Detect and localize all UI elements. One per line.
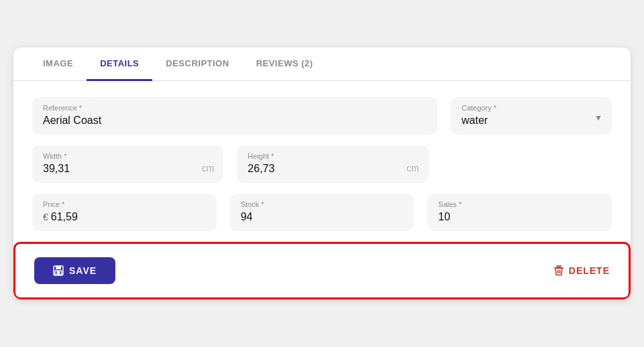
stock-field: Stock * xyxy=(230,194,415,231)
trash-icon xyxy=(554,265,564,276)
svg-rect-1 xyxy=(56,266,61,269)
price-label: Price * xyxy=(43,200,206,208)
category-select[interactable]: water land sky xyxy=(462,115,601,126)
tab-reviews[interactable]: REVIEWS (2) xyxy=(243,48,327,81)
product-card: IMAGE DETAILS DESCRIPTION REVIEWS (2) Re… xyxy=(13,48,631,299)
reference-field: Reference * xyxy=(32,97,437,135)
stock-input[interactable] xyxy=(241,211,404,223)
width-field: Width * cm xyxy=(32,145,223,183)
save-icon xyxy=(53,265,64,276)
height-field: Height * cm xyxy=(237,145,428,183)
category-label: Category * xyxy=(462,104,601,112)
width-value-row: cm xyxy=(43,163,213,175)
category-field: Category * water land sky ▼ xyxy=(451,97,612,135)
sales-field: Sales * xyxy=(427,194,612,231)
row2-spacer xyxy=(442,145,612,183)
delete-button[interactable]: DELETE xyxy=(554,265,610,276)
tab-image[interactable]: IMAGE xyxy=(30,48,87,81)
save-button[interactable]: SAVE xyxy=(34,257,115,284)
price-currency: € xyxy=(43,212,48,222)
row-width-height: Width * cm Height * cm xyxy=(32,145,612,183)
action-bar: SAVE DELETE xyxy=(13,242,631,299)
price-field: Price * € xyxy=(32,194,217,231)
width-label: Width * xyxy=(43,152,213,160)
height-unit: cm xyxy=(407,163,419,174)
row-reference-category: Reference * Category * water land sky ▼ xyxy=(32,97,612,135)
dropdown-arrow-icon: ▼ xyxy=(594,113,602,123)
form-area: Reference * Category * water land sky ▼ … xyxy=(13,81,631,231)
width-unit: cm xyxy=(202,163,215,174)
tab-details[interactable]: DETAILS xyxy=(87,48,152,81)
tab-bar: IMAGE DETAILS DESCRIPTION REVIEWS (2) xyxy=(13,48,631,81)
height-input[interactable] xyxy=(248,163,417,175)
width-input[interactable] xyxy=(43,163,213,175)
sales-input[interactable] xyxy=(438,211,601,223)
svg-rect-3 xyxy=(57,271,60,274)
save-button-label: SAVE xyxy=(69,265,97,276)
price-value-row: € xyxy=(43,211,206,223)
tab-description[interactable]: DESCRIPTION xyxy=(152,48,242,81)
row-price-stock-sales: Price * € Stock * Sales * xyxy=(32,194,612,231)
reference-label: Reference * xyxy=(43,104,427,112)
stock-label: Stock * xyxy=(241,200,404,208)
svg-rect-5 xyxy=(557,265,561,267)
sales-label: Sales * xyxy=(438,200,601,208)
height-value-row: cm xyxy=(248,163,417,175)
delete-button-label: DELETE xyxy=(569,265,610,276)
price-input[interactable] xyxy=(51,211,206,223)
reference-input[interactable] xyxy=(43,115,427,127)
height-label: Height * xyxy=(248,152,417,160)
